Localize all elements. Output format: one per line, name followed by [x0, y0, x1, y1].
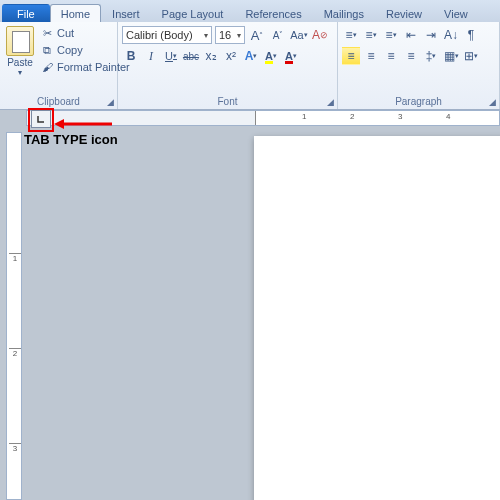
- font-group-label: Font: [122, 95, 333, 108]
- shading-button[interactable]: ▦▾: [442, 47, 460, 65]
- subscript-button[interactable]: x₂: [202, 47, 220, 65]
- justify-button[interactable]: ≡: [402, 47, 420, 65]
- annotation-arrow-icon: [54, 117, 112, 131]
- font-size-value: 16: [219, 29, 231, 41]
- sort-button[interactable]: A↓: [442, 26, 460, 44]
- strikethrough-button[interactable]: abc: [182, 47, 200, 65]
- font-name-value: Calibri (Body): [126, 29, 193, 41]
- decrease-indent-button[interactable]: ⇤: [402, 26, 420, 44]
- horizontal-ruler[interactable]: 1 2 3 4: [26, 110, 500, 126]
- svg-marker-1: [54, 119, 64, 129]
- font-size-combo[interactable]: 16▾: [215, 26, 245, 44]
- paragraph-expander-icon[interactable]: ◢: [489, 97, 496, 107]
- group-paragraph: ≡▾ ≡▾ ≡▾ ⇤ ⇥ A↓ ¶ ≡ ≡ ≡ ≡ ‡▾ ▦▾ ⊞▾ Parag…: [338, 22, 500, 109]
- clipboard-group-label: Clipboard: [4, 95, 113, 108]
- paste-dropdown-icon[interactable]: ▾: [18, 68, 22, 77]
- clipboard-expander-icon[interactable]: ◢: [107, 97, 114, 107]
- paste-icon: [6, 26, 34, 56]
- line-spacing-button[interactable]: ‡▾: [422, 47, 440, 65]
- show-marks-button[interactable]: ¶: [462, 26, 480, 44]
- tab-file[interactable]: File: [2, 4, 50, 22]
- grow-font-button[interactable]: A˄: [248, 26, 266, 44]
- copy-button[interactable]: ⧉Copy: [40, 43, 130, 57]
- paste-label: Paste: [7, 57, 33, 68]
- highlight-button[interactable]: A▾: [262, 47, 280, 65]
- bullets-button[interactable]: ≡▾: [342, 26, 360, 44]
- align-center-button[interactable]: ≡: [362, 47, 380, 65]
- format-painter-button[interactable]: 🖌Format Painter: [40, 60, 130, 74]
- paste-button[interactable]: Paste ▾: [4, 24, 36, 77]
- clear-formatting-button[interactable]: A⊘: [311, 26, 329, 44]
- tab-view[interactable]: View: [433, 4, 479, 22]
- group-clipboard: Paste ▾ ✂Cut ⧉Copy 🖌Format Painter Clipb…: [0, 22, 118, 109]
- italic-button[interactable]: I: [142, 47, 160, 65]
- format-painter-icon: 🖌: [40, 60, 54, 74]
- multilevel-list-button[interactable]: ≡▾: [382, 26, 400, 44]
- ribbon: Paste ▾ ✂Cut ⧉Copy 🖌Format Painter Clipb…: [0, 22, 500, 110]
- superscript-button[interactable]: x²: [222, 47, 240, 65]
- borders-button[interactable]: ⊞▾: [462, 47, 480, 65]
- cut-label: Cut: [57, 27, 74, 39]
- bold-button[interactable]: B: [122, 47, 140, 65]
- vertical-ruler[interactable]: 1 2 3: [6, 132, 22, 500]
- copy-label: Copy: [57, 44, 83, 56]
- annotation-highlight-box: [28, 108, 54, 132]
- ruler-scale: 1 2 3 4: [255, 111, 499, 125]
- cut-button[interactable]: ✂Cut: [40, 26, 130, 40]
- paragraph-group-label: Paragraph: [342, 95, 495, 108]
- shrink-font-button[interactable]: A˅: [269, 26, 287, 44]
- chevron-down-icon: ▾: [237, 31, 241, 40]
- chevron-down-icon: ▾: [204, 31, 208, 40]
- font-expander-icon[interactable]: ◢: [327, 97, 334, 107]
- change-case-button[interactable]: Aa▾: [290, 26, 308, 44]
- font-color-button[interactable]: A▾: [282, 47, 300, 65]
- tab-mailings[interactable]: Mailings: [313, 4, 375, 22]
- underline-button[interactable]: U▾: [162, 47, 180, 65]
- tab-insert[interactable]: Insert: [101, 4, 151, 22]
- increase-indent-button[interactable]: ⇥: [422, 26, 440, 44]
- tab-home[interactable]: Home: [50, 4, 101, 22]
- group-font: Calibri (Body)▾ 16▾ A˄ A˅ Aa▾ A⊘ B I U▾ …: [118, 22, 338, 109]
- font-name-combo[interactable]: Calibri (Body)▾: [122, 26, 212, 44]
- cut-icon: ✂: [40, 26, 54, 40]
- document-page[interactable]: [254, 136, 500, 500]
- copy-icon: ⧉: [40, 43, 54, 57]
- annotation-label: TAB TYPE icon: [24, 132, 118, 147]
- tab-page-layout[interactable]: Page Layout: [151, 4, 235, 22]
- document-workspace: 1 2 3 4 TAB TYPE icon 1 2 3: [0, 110, 500, 500]
- text-effects-button[interactable]: A▾: [242, 47, 260, 65]
- ribbon-tabs: File Home Insert Page Layout References …: [0, 0, 500, 22]
- align-right-button[interactable]: ≡: [382, 47, 400, 65]
- tab-references[interactable]: References: [234, 4, 312, 22]
- tab-review[interactable]: Review: [375, 4, 433, 22]
- numbering-button[interactable]: ≡▾: [362, 26, 380, 44]
- align-left-button[interactable]: ≡: [342, 47, 360, 65]
